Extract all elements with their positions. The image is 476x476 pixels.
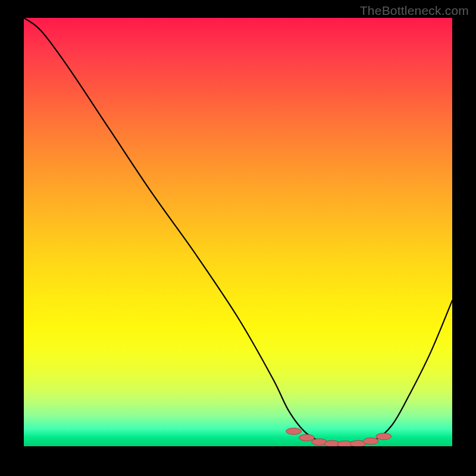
chart-gradient-background <box>24 18 452 446</box>
watermark-text: TheBottleneck.com <box>360 4 469 18</box>
